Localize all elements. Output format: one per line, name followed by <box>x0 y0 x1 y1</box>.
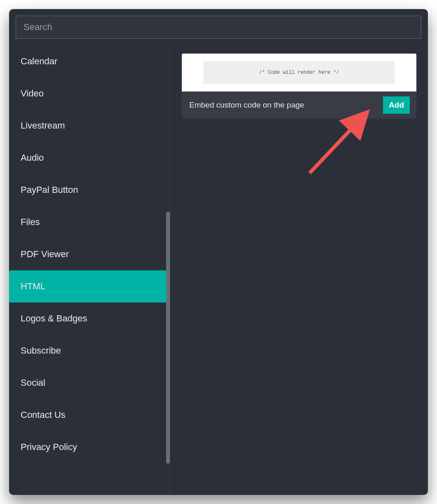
widget-picker-panel: Calendar Video Livestream Audio PayPal B… <box>9 9 428 495</box>
sidebar-item-social[interactable]: Social <box>9 367 170 399</box>
sidebar-item-label: PDF Viewer <box>21 249 69 260</box>
code-placeholder-box: /* Code will render here */ <box>203 61 395 84</box>
sidebar-item-html[interactable]: HTML <box>9 270 167 302</box>
sidebar-item-label: HTML <box>21 281 45 292</box>
panel-body: Calendar Video Livestream Audio PayPal B… <box>9 45 428 495</box>
sidebar-item-paypal-button[interactable]: PayPal Button <box>9 174 170 206</box>
svg-line-0 <box>310 115 365 173</box>
sidebar-item-subscribe[interactable]: Subscribe <box>9 335 170 367</box>
widget-preview: /* Code will render here */ <box>182 54 416 91</box>
sidebar-item-label: Logos & Badges <box>21 313 87 324</box>
search-input[interactable] <box>16 16 421 39</box>
scrollbar-thumb[interactable] <box>166 212 170 464</box>
sidebar-item-label: Subscribe <box>21 345 61 356</box>
sidebar-scrollbar[interactable] <box>166 45 170 495</box>
sidebar-item-video[interactable]: Video <box>9 77 170 110</box>
search-bar <box>9 9 428 45</box>
sidebar-item-label: Social <box>21 377 45 388</box>
sidebar-item-label: Privacy Policy <box>21 442 77 452</box>
widget-description: Embed custom code on the page <box>189 101 304 110</box>
widget-footer: Embed custom code on the page Add <box>182 91 416 119</box>
sidebar-item-calendar[interactable]: Calendar <box>9 45 170 77</box>
sidebar-item-logos-badges[interactable]: Logos & Badges <box>9 302 170 335</box>
main-pane: /* Code will render here */ Embed custom… <box>170 45 428 495</box>
sidebar-list[interactable]: Calendar Video Livestream Audio PayPal B… <box>9 45 170 495</box>
sidebar-item-livestream[interactable]: Livestream <box>9 110 170 142</box>
sidebar-item-label: Audio <box>21 152 44 163</box>
sidebar-item-label: Livestream <box>21 120 65 131</box>
sidebar-item-label: Calendar <box>21 56 57 67</box>
add-button[interactable]: Add <box>383 96 410 114</box>
code-placeholder-text: /* Code will render here */ <box>259 70 339 75</box>
sidebar-item-privacy-policy[interactable]: Privacy Policy <box>9 431 170 463</box>
sidebar-item-label: Contact Us <box>21 410 66 420</box>
sidebar-item-label: PayPal Button <box>21 185 78 195</box>
sidebar-item-contact-us[interactable]: Contact Us <box>9 399 170 431</box>
sidebar-item-files[interactable]: Files <box>9 206 170 238</box>
widget-card-html: /* Code will render here */ Embed custom… <box>182 54 416 119</box>
sidebar-item-pdf-viewer[interactable]: PDF Viewer <box>9 238 170 270</box>
sidebar-item-label: Files <box>21 217 40 227</box>
sidebar-item-label: Video <box>21 88 44 99</box>
sidebar: Calendar Video Livestream Audio PayPal B… <box>9 45 170 495</box>
sidebar-item-audio[interactable]: Audio <box>9 142 170 174</box>
